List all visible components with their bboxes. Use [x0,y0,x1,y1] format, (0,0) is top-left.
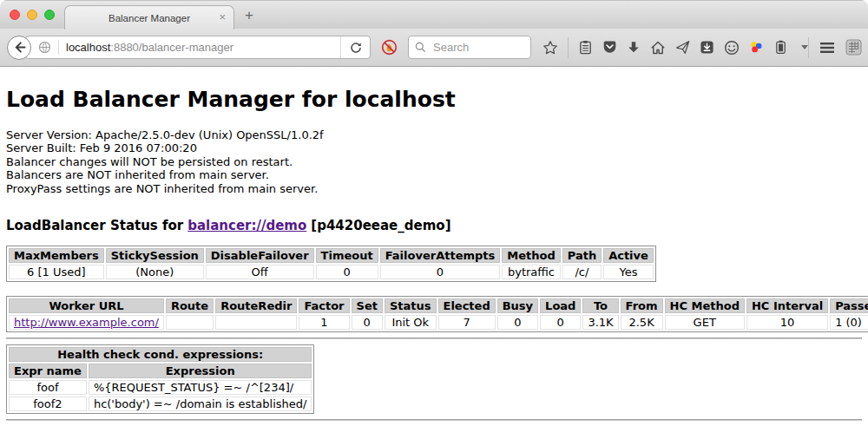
col-active: Active [603,248,654,263]
zoom-window-button[interactable] [44,10,55,20]
col-busy: Busy [497,298,538,313]
col-passes: Passes [830,298,868,313]
health-check-table: Health check cond. expressions: Expr nam… [6,344,314,414]
cell-failoverattempts: 0 [380,265,501,279]
status-heading-prefix: LoadBalancer Status for [6,218,183,233]
page-title: Load Balancer Manager for localhost [6,87,862,112]
cell-set: 0 [352,315,383,330]
battery-extension-icon[interactable] [773,40,788,55]
cell-routeredir [215,315,297,330]
toolbar-buttons [542,37,808,58]
table-row: http://www.example.com/ 1 0 Init Ok 7 0 … [9,315,868,330]
table-row: foof2 hc('body') =~ /domain is establish… [9,397,312,411]
balancer-status-heading: LoadBalancer Status for balancer://demo … [6,218,862,233]
cell-hc-interval: 10 [746,315,828,330]
page-bottom-divider [6,419,862,421]
server-info: Server Version: Apache/2.5.0-dev (Unix) … [6,128,862,195]
cell-stickysession: (None) [106,265,204,279]
cell-from: 2.5K [621,315,663,330]
toolbar-right-cluster [808,37,862,58]
tab-balancer-manager[interactable]: Balancer Manager × [64,5,234,29]
server-version-line: Server Version: Apache/2.5.0-dev (Unix) … [6,128,862,141]
window-controls [10,10,55,20]
urlbar-divider [58,40,59,55]
toolbar-divider [808,37,809,58]
cell-method: bytraffic [502,265,560,279]
col-routeredir: RouteRedir [215,298,297,313]
cell-path: /c/ [562,265,602,279]
back-button[interactable] [7,36,31,60]
cell-expression: hc('body') =~ /domain is established/ [89,397,312,411]
balancer-settings-table: MaxMembers StickySession DisableFailover… [6,246,656,282]
col-set: Set [352,298,383,313]
table-row: foof %{REQUEST_STATUS} =~ /^[234]/ [9,380,312,395]
home-icon[interactable] [650,40,666,56]
col-path: Path [562,248,602,263]
titlebar: Balancer Manager × + [0,0,868,29]
col-to: To [582,298,618,313]
close-window-button[interactable] [10,10,20,20]
cell-expr-name: foof2 [9,397,87,411]
cell-busy: 0 [497,315,538,330]
menu-hamburger-icon[interactable] [819,42,835,54]
chevron-down-icon[interactable] [801,45,808,49]
search-input[interactable] [431,40,524,55]
cell-timeout: 0 [316,265,378,279]
back-arrow-icon [13,41,26,54]
cell-elected: 7 [438,315,496,330]
video-download-icon[interactable] [700,40,714,55]
table-header-row: Expr name Expression [9,364,312,378]
cell-expression: %{REQUEST_STATUS} =~ /^[234]/ [89,380,312,395]
pocket-icon[interactable] [602,40,617,55]
col-route: Route [166,298,214,313]
inherit-note-line: Balancers are NOT inherited from main se… [6,168,862,181]
section-divider [6,338,862,339]
reload-button[interactable] [340,36,370,58]
cell-factor: 1 [299,315,349,330]
table-row: 6 [1 Used] (None) Off 0 0 bytraffic /c/ … [9,265,654,279]
table-title-row: Health check cond. expressions: [9,347,312,362]
col-disablefailover: DisableFailover [206,248,314,263]
col-from: From [621,298,663,313]
col-elected: Elected [438,298,496,313]
downloads-icon[interactable] [627,41,641,55]
col-expression: Expression [89,364,312,378]
col-failoverattempts: FailoverAttempts [380,248,501,263]
url-text[interactable]: localhost:8880/balancer-manager [66,41,340,54]
table-header-row: MaxMembers StickySession DisableFailover… [9,248,654,263]
navigation-toolbar: localhost:8880/balancer-manager [0,29,868,67]
search-bar[interactable] [408,36,531,59]
col-hc-interval: HC Interval [746,298,828,313]
balancer-demo-link[interactable]: balancer://demo [187,218,306,233]
worker-url-link[interactable]: http://www.example.com/ [14,316,159,329]
persist-note-line: Balancer changes will NOT be persisted o… [6,155,862,168]
send-paper-plane-icon[interactable] [675,40,690,55]
tab-title: Balancer Manager [108,13,190,23]
col-maxmembers: MaxMembers [9,248,104,263]
new-tab-button[interactable]: + [245,7,253,24]
search-icon [415,42,426,53]
col-load: Load [540,298,581,313]
colored-dots-extension-icon[interactable] [749,40,764,55]
col-expr-name: Expr name [9,364,87,378]
globe-icon [38,41,51,54]
sidebar-grid-icon[interactable] [845,39,862,56]
url-path: :8880/balancer-manager [110,41,233,54]
cell-hc-method: GET [665,315,745,330]
cell-active: Yes [603,265,654,279]
col-timeout: Timeout [316,248,378,263]
col-method: Method [502,248,560,263]
tab-close-icon[interactable]: × [219,11,226,23]
chat-smiley-icon[interactable] [724,40,740,56]
url-bar[interactable]: localhost:8880/balancer-manager [25,36,371,59]
cell-disablefailover: Off [206,265,314,279]
blocked-plugin-icon [381,39,398,56]
bookmark-star-icon[interactable] [542,40,558,56]
minimize-window-button[interactable] [27,10,37,20]
page-content: Load Balancer Manager for localhost Serv… [0,87,868,426]
content-blocked-button[interactable] [381,39,398,56]
health-table-title: Health check cond. expressions: [9,347,312,362]
reload-icon [350,42,362,54]
bookmarks-clipboard-icon[interactable] [578,40,593,55]
col-status: Status [385,298,437,313]
